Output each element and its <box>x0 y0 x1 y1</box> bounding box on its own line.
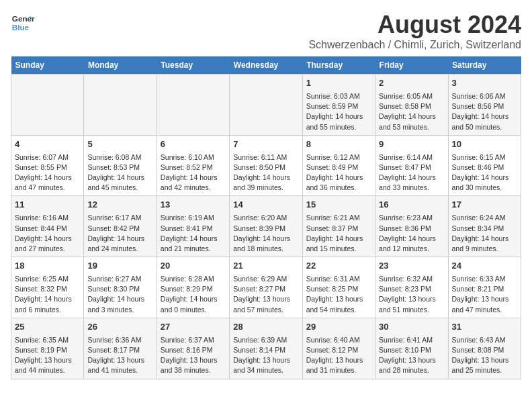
day-cell: 11Sunrise: 6:16 AMSunset: 8:44 PMDayligh… <box>11 196 84 257</box>
day-number: 11 <box>15 199 80 212</box>
day-number: 8 <box>306 138 371 151</box>
day-cell: 4Sunrise: 6:07 AMSunset: 8:55 PMDaylight… <box>11 135 84 196</box>
header-row: SundayMondayTuesdayWednesdayThursdayFrid… <box>11 56 521 75</box>
day-cell: 20Sunrise: 6:28 AMSunset: 8:29 PMDayligh… <box>157 257 229 318</box>
day-cell: 10Sunrise: 6:15 AMSunset: 8:46 PMDayligh… <box>448 135 521 196</box>
day-cell: 8Sunrise: 6:12 AMSunset: 8:49 PMDaylight… <box>302 135 375 196</box>
day-cell: 28Sunrise: 6:39 AMSunset: 8:14 PMDayligh… <box>230 318 302 379</box>
day-number: 29 <box>306 321 371 334</box>
day-number: 1 <box>306 77 371 90</box>
day-number: 18 <box>15 260 80 273</box>
day-cell: 15Sunrise: 6:21 AMSunset: 8:37 PMDayligh… <box>302 196 375 257</box>
calendar-header: SundayMondayTuesdayWednesdayThursdayFrid… <box>11 56 521 75</box>
day-cell: 17Sunrise: 6:24 AMSunset: 8:34 PMDayligh… <box>448 196 521 257</box>
day-cell: 30Sunrise: 6:41 AMSunset: 8:10 PMDayligh… <box>375 318 448 379</box>
day-number: 22 <box>306 260 371 273</box>
calendar-body: 1Sunrise: 6:03 AMSunset: 8:59 PMDaylight… <box>11 75 521 379</box>
day-cell: 16Sunrise: 6:23 AMSunset: 8:36 PMDayligh… <box>375 196 448 257</box>
day-cell <box>230 75 302 136</box>
header-cell-wednesday: Wednesday <box>230 56 302 75</box>
logo-icon: General Blue <box>11 11 35 35</box>
logo: General Blue <box>11 11 35 35</box>
day-cell: 3Sunrise: 6:06 AMSunset: 8:56 PMDaylight… <box>448 75 521 136</box>
day-number: 6 <box>161 138 226 151</box>
day-number: 3 <box>452 77 517 90</box>
day-cell: 5Sunrise: 6:08 AMSunset: 8:53 PMDaylight… <box>84 135 157 196</box>
day-number: 2 <box>379 77 444 90</box>
day-number: 12 <box>87 199 152 212</box>
day-cell: 29Sunrise: 6:40 AMSunset: 8:12 PMDayligh… <box>302 318 375 379</box>
header-cell-monday: Monday <box>84 56 157 75</box>
day-number: 7 <box>233 138 298 151</box>
week-row-1: 1Sunrise: 6:03 AMSunset: 8:59 PMDaylight… <box>11 75 521 136</box>
day-cell <box>157 75 229 136</box>
day-number: 28 <box>233 321 298 334</box>
day-number: 31 <box>452 321 517 334</box>
week-row-3: 11Sunrise: 6:16 AMSunset: 8:44 PMDayligh… <box>11 196 521 257</box>
day-cell: 21Sunrise: 6:29 AMSunset: 8:27 PMDayligh… <box>230 257 302 318</box>
main-title: August 2024 <box>308 11 521 39</box>
day-number: 24 <box>452 260 517 273</box>
day-number: 25 <box>15 321 80 334</box>
header-cell-friday: Friday <box>375 56 448 75</box>
subtitle: Schwerzenbach / Chimli, Zurich, Switzerl… <box>308 39 521 51</box>
svg-text:Blue: Blue <box>12 23 30 32</box>
day-number: 20 <box>161 260 226 273</box>
day-number: 9 <box>379 138 444 151</box>
header-cell-sunday: Sunday <box>11 56 84 75</box>
day-number: 10 <box>452 138 517 151</box>
header-cell-thursday: Thursday <box>302 56 375 75</box>
day-number: 19 <box>87 260 152 273</box>
day-cell: 31Sunrise: 6:43 AMSunset: 8:08 PMDayligh… <box>448 318 521 379</box>
day-number: 26 <box>87 321 152 334</box>
day-cell: 22Sunrise: 6:31 AMSunset: 8:25 PMDayligh… <box>302 257 375 318</box>
day-number: 14 <box>233 199 298 212</box>
svg-text:General: General <box>12 14 35 23</box>
week-row-2: 4Sunrise: 6:07 AMSunset: 8:55 PMDaylight… <box>11 135 521 196</box>
day-cell: 19Sunrise: 6:27 AMSunset: 8:30 PMDayligh… <box>84 257 157 318</box>
day-number: 30 <box>379 321 444 334</box>
day-number: 21 <box>233 260 298 273</box>
day-number: 27 <box>161 321 226 334</box>
day-cell: 23Sunrise: 6:32 AMSunset: 8:23 PMDayligh… <box>375 257 448 318</box>
day-cell: 14Sunrise: 6:20 AMSunset: 8:39 PMDayligh… <box>230 196 302 257</box>
day-cell: 27Sunrise: 6:37 AMSunset: 8:16 PMDayligh… <box>157 318 229 379</box>
week-row-5: 25Sunrise: 6:35 AMSunset: 8:19 PMDayligh… <box>11 318 521 379</box>
day-number: 16 <box>379 199 444 212</box>
calendar-table: SundayMondayTuesdayWednesdayThursdayFrid… <box>11 56 521 379</box>
day-cell <box>84 75 157 136</box>
header: General Blue August 2024 Schwerzenbach /… <box>11 11 521 51</box>
day-cell: 7Sunrise: 6:11 AMSunset: 8:50 PMDaylight… <box>230 135 302 196</box>
day-cell: 9Sunrise: 6:14 AMSunset: 8:47 PMDaylight… <box>375 135 448 196</box>
week-row-4: 18Sunrise: 6:25 AMSunset: 8:32 PMDayligh… <box>11 257 521 318</box>
day-cell: 1Sunrise: 6:03 AMSunset: 8:59 PMDaylight… <box>302 75 375 136</box>
day-number: 13 <box>161 199 226 212</box>
header-cell-tuesday: Tuesday <box>157 56 229 75</box>
day-number: 5 <box>87 138 152 151</box>
day-cell: 2Sunrise: 6:05 AMSunset: 8:58 PMDaylight… <box>375 75 448 136</box>
day-number: 17 <box>452 199 517 212</box>
header-cell-saturday: Saturday <box>448 56 521 75</box>
day-cell: 24Sunrise: 6:33 AMSunset: 8:21 PMDayligh… <box>448 257 521 318</box>
day-cell: 26Sunrise: 6:36 AMSunset: 8:17 PMDayligh… <box>84 318 157 379</box>
title-area: August 2024 Schwerzenbach / Chimli, Zuri… <box>308 11 521 51</box>
day-cell: 6Sunrise: 6:10 AMSunset: 8:52 PMDaylight… <box>157 135 229 196</box>
day-cell: 18Sunrise: 6:25 AMSunset: 8:32 PMDayligh… <box>11 257 84 318</box>
day-cell <box>11 75 84 136</box>
day-cell: 13Sunrise: 6:19 AMSunset: 8:41 PMDayligh… <box>157 196 229 257</box>
day-number: 15 <box>306 199 371 212</box>
day-number: 23 <box>379 260 444 273</box>
day-cell: 25Sunrise: 6:35 AMSunset: 8:19 PMDayligh… <box>11 318 84 379</box>
day-number: 4 <box>15 138 80 151</box>
day-cell: 12Sunrise: 6:17 AMSunset: 8:42 PMDayligh… <box>84 196 157 257</box>
